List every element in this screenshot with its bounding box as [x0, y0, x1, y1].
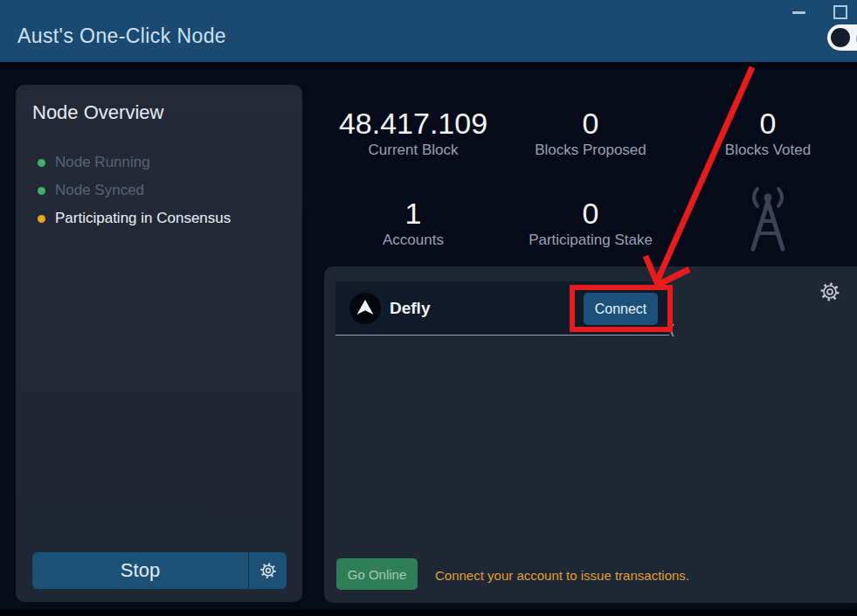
- stat-antenna: [679, 183, 857, 257]
- stat-label: Blocks Voted: [679, 140, 857, 160]
- go-online-button[interactable]: Go Online: [336, 558, 418, 590]
- status-label: Node Running: [55, 154, 150, 171]
- stray-parenthesis: (: [670, 322, 674, 336]
- stats-grid: 48.417.109 Current Block 0 Blocks Propos…: [324, 96, 857, 271]
- green-dot-icon: [38, 187, 45, 195]
- connect-button[interactable]: Connect: [584, 293, 658, 325]
- stat-participating-stake: 0 Participating Stake: [501, 197, 680, 250]
- stop-settings-segment[interactable]: [248, 552, 287, 589]
- stat-value: 0: [501, 107, 680, 140]
- stat-value: 0: [679, 107, 857, 140]
- stat-value: 0: [501, 197, 680, 230]
- theme-toggle[interactable]: [827, 24, 857, 51]
- radio-tower-icon: [739, 183, 797, 253]
- title-bar: Aust's One-Click Node: [0, 0, 857, 62]
- wallet-settings-gear-icon[interactable]: [819, 281, 840, 302]
- stat-blocks-voted: 0 Blocks Voted: [679, 107, 857, 160]
- stat-label: Blocks Proposed: [501, 140, 680, 160]
- stop-button-label[interactable]: Stop: [32, 552, 248, 589]
- header-divider: [0, 62, 857, 67]
- stat-blocks-proposed: 0 Blocks Proposed: [501, 107, 680, 160]
- gear-icon: [259, 562, 277, 579]
- status-label: Node Synced: [55, 182, 144, 199]
- stat-label: Participating Stake: [501, 230, 680, 250]
- status-node-synced: Node Synced: [38, 183, 144, 198]
- wallet-name: Defly: [390, 299, 430, 318]
- defly-logo-icon: [349, 293, 381, 324]
- panel-title: Node Overview: [32, 101, 163, 124]
- stat-value: 1: [324, 197, 502, 230]
- wallet-card: Defly Connect ( Go Online Connect your a…: [324, 266, 857, 603]
- stat-value: 48.417.109: [324, 107, 502, 140]
- app-title: Aust's One-Click Node: [17, 24, 226, 48]
- maximize-icon[interactable]: [833, 5, 847, 19]
- green-dot-icon: [38, 159, 45, 167]
- stop-button[interactable]: Stop: [32, 552, 287, 589]
- wallet-status-message: Connect your account to issue transactio…: [435, 568, 689, 583]
- amber-dot-icon: [38, 215, 45, 223]
- stat-label: Current Block: [324, 140, 502, 160]
- status-participating-consensus: Participating in Consensus: [38, 211, 231, 226]
- window-bottom-edge: [0, 609, 857, 616]
- node-overview-card: Node Overview Node Running Node Synced P…: [16, 85, 302, 602]
- status-label: Participating in Consensus: [55, 210, 231, 227]
- stat-accounts: 1 Accounts: [324, 197, 502, 250]
- minimize-icon[interactable]: [792, 11, 805, 14]
- stat-label: Accounts: [324, 230, 502, 250]
- toggle-knob-icon: [831, 28, 850, 47]
- stat-current-block: 48.417.109 Current Block: [324, 107, 502, 160]
- status-node-running: Node Running: [38, 155, 150, 170]
